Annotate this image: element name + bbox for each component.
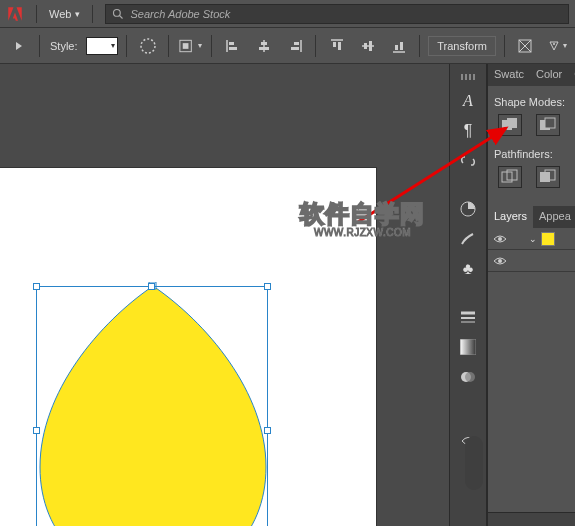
color-panel-icon[interactable] <box>453 196 483 222</box>
align-hcenter-icon[interactable] <box>251 33 276 59</box>
document-preset-dropdown[interactable]: Web ▾ <box>49 8 80 20</box>
shape-modes-label: Shape Modes: <box>494 96 569 108</box>
svg-rect-37 <box>545 118 555 128</box>
search-placeholder: Search Adobe Stock <box>130 8 230 20</box>
svg-point-43 <box>498 259 502 263</box>
graphic-style-dropdown[interactable]: ▾ <box>86 37 119 55</box>
svg-rect-4 <box>183 43 189 49</box>
links-panel-icon[interactable] <box>453 148 483 174</box>
svg-point-2 <box>141 39 155 53</box>
svg-rect-15 <box>333 42 336 47</box>
adobe-logo-icon <box>6 5 24 23</box>
expand-control-icon[interactable] <box>6 33 31 59</box>
shape-mode-unite-button[interactable] <box>498 114 522 136</box>
symbols-panel-icon[interactable]: ♣ <box>453 256 483 282</box>
transform-button[interactable]: Transform <box>428 36 496 56</box>
edit-contents-icon[interactable]: ▾ <box>544 33 569 59</box>
tab-gradient[interactable]: G <box>568 64 575 86</box>
svg-rect-22 <box>400 42 403 50</box>
search-icon <box>112 8 124 20</box>
resize-handle-tm[interactable] <box>148 283 155 290</box>
svg-point-42 <box>498 237 502 241</box>
svg-point-33 <box>465 372 475 382</box>
control-bar: Style: ▾ ▾ Transform ▾ <box>0 28 575 64</box>
svg-rect-21 <box>395 45 398 50</box>
align-right-icon[interactable] <box>282 33 307 59</box>
svg-rect-12 <box>294 42 299 45</box>
tab-appearance[interactable]: Appea <box>533 206 575 228</box>
type-panel-icon[interactable]: A <box>453 88 483 114</box>
resize-handle-tr[interactable] <box>264 283 271 290</box>
pathfinder-panel: Shape Modes: Pathfinders: <box>488 86 575 206</box>
align-bottom-icon[interactable] <box>386 33 411 59</box>
svg-rect-10 <box>259 47 269 50</box>
svg-rect-9 <box>261 42 267 45</box>
svg-rect-6 <box>229 42 234 45</box>
document-preset-label: Web <box>49 8 71 20</box>
svg-rect-7 <box>229 47 237 50</box>
layers-panel: ⌄ <box>488 228 575 272</box>
svg-rect-19 <box>369 41 372 51</box>
transparency-panel-icon[interactable] <box>453 364 483 390</box>
pathfinder-divide-button[interactable] <box>498 166 522 188</box>
pathfinder-trim-button[interactable] <box>536 166 560 188</box>
panel-divider[interactable] <box>465 436 483 490</box>
svg-rect-13 <box>291 47 299 50</box>
align-top-icon[interactable] <box>324 33 349 59</box>
panel-footer <box>487 512 575 526</box>
isolate-mask-icon[interactable] <box>513 33 538 59</box>
align-left-icon[interactable] <box>220 33 245 59</box>
svg-rect-18 <box>364 43 367 49</box>
layer-color-swatch <box>541 232 555 246</box>
align-to-dropdown[interactable]: ▾ <box>177 33 203 59</box>
visibility-toggle-icon[interactable] <box>492 231 508 247</box>
chevron-down-icon: ▾ <box>75 9 80 19</box>
app-menubar: Web ▾ Search Adobe Stock <box>0 0 575 28</box>
recolor-artwork-icon[interactable] <box>135 33 160 59</box>
graphic-style-label: Style: <box>48 40 80 52</box>
brush-panel-icon[interactable] <box>453 226 483 252</box>
canvas-workspace[interactable] <box>0 64 449 526</box>
layer-row[interactable] <box>488 250 575 272</box>
resize-handle-mr[interactable] <box>264 427 271 434</box>
tab-layers[interactable]: Layers <box>488 206 533 228</box>
svg-rect-31 <box>460 339 476 355</box>
color-panel-tabs: Swatc Color G <box>488 64 575 86</box>
stroke-panel-icon[interactable] <box>453 304 483 330</box>
shape-mode-minus-front-button[interactable] <box>536 114 560 136</box>
layers-panel-tabs: Layers Appea <box>488 206 575 228</box>
svg-point-0 <box>114 9 121 16</box>
tab-swatches[interactable]: Swatc <box>488 64 530 86</box>
search-input[interactable]: Search Adobe Stock <box>105 4 569 24</box>
svg-rect-35 <box>507 118 517 128</box>
svg-line-1 <box>120 15 123 18</box>
selection-bounding-box[interactable] <box>36 286 268 526</box>
resize-handle-ml[interactable] <box>33 427 40 434</box>
paragraph-panel-icon[interactable]: ¶ <box>453 118 483 144</box>
right-panel-dock: Swatc Color G Shape Modes: Pathfinders: … <box>487 64 575 526</box>
pathfinders-label: Pathfinders: <box>494 148 569 160</box>
dock-handle-icon[interactable] <box>454 74 482 80</box>
tab-color[interactable]: Color <box>530 64 568 86</box>
visibility-toggle-icon[interactable] <box>492 253 508 269</box>
svg-rect-16 <box>338 42 341 50</box>
svg-point-26 <box>553 43 555 45</box>
align-vcenter-icon[interactable] <box>355 33 380 59</box>
layer-row[interactable]: ⌄ <box>488 228 575 250</box>
expand-layer-icon[interactable]: ⌄ <box>528 234 537 243</box>
gradient-panel-icon[interactable] <box>453 334 483 360</box>
resize-handle-tl[interactable] <box>33 283 40 290</box>
chevron-down-icon: ▾ <box>111 41 115 50</box>
